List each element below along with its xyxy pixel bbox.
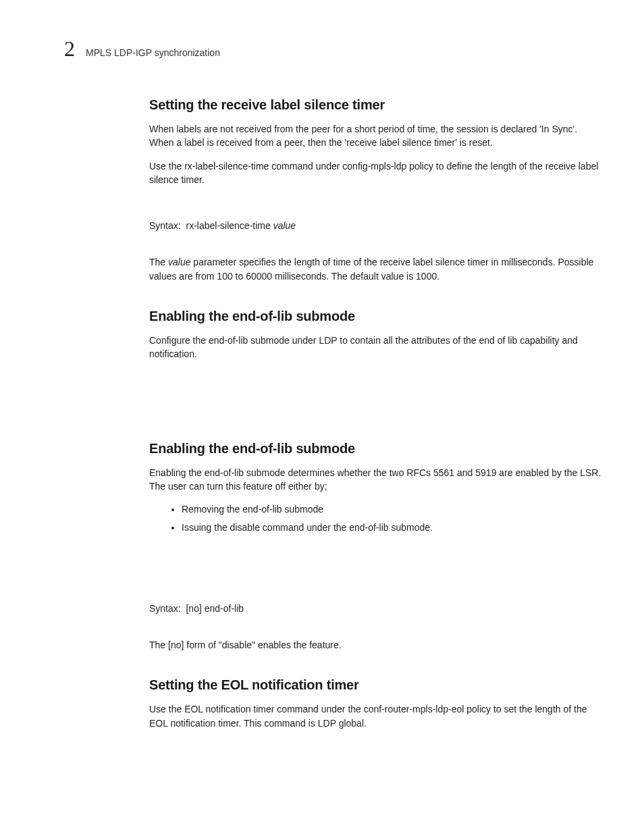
heading-enable-eol-submode-2: Enabling the end-of-lib submode <box>149 441 603 457</box>
content-body: Setting the receive label silence timer … <box>149 97 603 730</box>
syntax-label: Syntax: <box>149 220 181 231</box>
heading-eol-notification-timer: Setting the EOL notification timer <box>149 677 603 693</box>
syntax-line: Syntax: [no] end-of-lib <box>149 602 603 615</box>
syntax-param: value <box>273 220 296 231</box>
syntax-label: Syntax: <box>149 603 181 614</box>
list-item: Removing the end-of-lib submode <box>182 502 603 516</box>
body-text: Configure the end-of-lib submode under L… <box>149 334 603 361</box>
bullet-list: Removing the end-of-lib submode Issuing … <box>149 502 603 534</box>
syntax-line: Syntax: rx-label-silence-time value <box>149 219 603 232</box>
body-text: Enabling the end-of-lib submode determin… <box>149 466 603 494</box>
chapter-number: 2 <box>64 38 75 59</box>
body-text: Use the rx-label-silence-time command un… <box>149 159 603 187</box>
body-text: The value parameter specifies the length… <box>149 255 603 283</box>
running-header: 2 MPLS LDP-IGP synchronization <box>64 38 603 59</box>
running-title: MPLS LDP-IGP synchronization <box>86 47 220 58</box>
heading-receive-label-silence: Setting the receive label silence timer <box>149 97 603 113</box>
page: 2 MPLS LDP-IGP synchronization Setting t… <box>0 0 644 730</box>
heading-enable-eol-submode-1: Enabling the end-of-lib submode <box>149 309 603 324</box>
syntax-command: [no] end-of-lib <box>186 603 244 614</box>
syntax-command: rx-label-silence-time <box>186 220 270 231</box>
body-text: The [no] form of "disable" enables the f… <box>149 638 603 652</box>
body-text: Use the EOL notification timer command u… <box>149 702 603 730</box>
list-item: Issuing the disable command under the en… <box>182 521 603 534</box>
body-text: When labels are not received from the pe… <box>149 122 603 150</box>
